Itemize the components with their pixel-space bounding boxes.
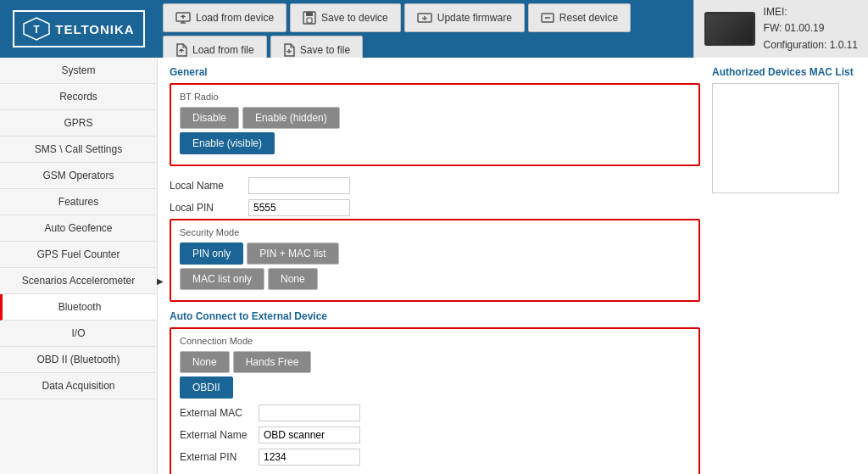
sidebar-item-gsm-operators[interactable]: GSM Operators (0, 163, 157, 189)
external-pin-input[interactable] (259, 449, 360, 466)
bt-radio-row1: Disable Enable (hidden) (180, 107, 690, 129)
load-file-label: Load from file (192, 44, 254, 56)
security-mode-panel: Security Mode PIN only PIN + MAC list MA… (170, 219, 700, 302)
svg-rect-8 (307, 18, 312, 23)
config-label: Configuration: 1.0.11 (764, 37, 858, 53)
local-pin-label: Local PIN (170, 202, 242, 214)
security-mode-label: Security Mode (180, 227, 690, 237)
sidebar-item-obd2[interactable]: OBD II (Bluetooth) (0, 347, 157, 373)
sidebar-item-io[interactable]: I/O (0, 321, 157, 347)
sidebar: System Records GPRS SMS \ Call Settings … (0, 58, 158, 474)
sidebar-item-bluetooth[interactable]: Bluetooth (0, 294, 157, 321)
bt-enable-hidden-button[interactable]: Enable (hidden) (242, 107, 340, 129)
two-col-layout: General BT Radio Disable Enable (hidden)… (170, 66, 856, 474)
logo-area: T TELTONIKA (0, 0, 158, 58)
reset-device-button[interactable]: Reset device (528, 3, 631, 32)
general-title: General (170, 66, 700, 78)
teltonika-logo-icon: T (23, 17, 50, 41)
sidebar-item-features[interactable]: Features (0, 189, 157, 215)
pin-only-button[interactable]: PIN only (180, 243, 243, 265)
local-name-row: Local Name (170, 175, 700, 197)
sidebar-item-records[interactable]: Records (0, 84, 157, 110)
pin-mac-button[interactable]: PIN + MAC list (247, 243, 338, 265)
save-file-label: Save to file (300, 44, 350, 56)
bt-radio-row2: Enable (visible) (180, 132, 690, 154)
left-column: General BT Radio Disable Enable (hidden)… (170, 66, 700, 474)
update-firmware-label: Update firmware (437, 12, 512, 24)
save-file-icon (283, 43, 295, 57)
external-mac-label: External MAC (180, 407, 252, 419)
sidebar-item-sms-call[interactable]: SMS \ Call Settings (0, 137, 157, 163)
security-row2: MAC list only None (180, 268, 690, 290)
sidebar-item-gprs[interactable]: GPRS (0, 110, 157, 137)
connection-row2: OBDII (180, 376, 690, 399)
external-name-input[interactable] (259, 427, 360, 443)
sidebar-item-auto-geofence[interactable]: Auto Geofence (0, 215, 157, 242)
save-device-label: Save to device (321, 12, 388, 24)
local-pin-input[interactable] (248, 199, 350, 216)
update-firmware-button[interactable]: Update firmware (404, 3, 525, 32)
right-column: Authorized Devices MAC List (712, 66, 856, 474)
imei-label: IMEI: (764, 4, 858, 20)
header: T TELTONIKA Load from device Save to dev… (0, 0, 868, 58)
save-device-icon (303, 11, 316, 25)
hands-free-button[interactable]: Hands Free (233, 351, 312, 373)
reset-device-icon (541, 12, 554, 24)
brand-name: TELTONIKA (55, 22, 134, 36)
logo-box: T TELTONIKA (13, 10, 144, 47)
security-none-button[interactable]: None (268, 268, 318, 290)
svg-rect-7 (306, 12, 313, 16)
bt-enable-visible-button[interactable]: Enable (visible) (180, 132, 275, 154)
external-name-row: External Name (180, 424, 690, 446)
external-pin-row: External PIN (180, 446, 690, 468)
sidebar-item-system[interactable]: System (0, 58, 157, 84)
external-name-label: External Name (180, 429, 252, 441)
authorized-title: Authorized Devices MAC List (712, 66, 856, 78)
local-pin-row: Local PIN (170, 197, 700, 219)
mac-list-box (712, 83, 839, 193)
auto-connect-title: Auto Connect to External Device (170, 310, 700, 322)
external-mac-row: External MAC (180, 402, 690, 424)
bt-disable-button[interactable]: Disable (180, 107, 239, 129)
content-area: General BT Radio Disable Enable (hidden)… (158, 58, 868, 474)
toolbar-row-1: Load from device Save to device Update f… (158, 0, 693, 34)
connection-mode-label: Connection Mode (180, 336, 690, 346)
load-file-icon (175, 43, 187, 57)
device-info: IMEI: FW: 01.00.19 Configuration: 1.0.11 (693, 0, 868, 58)
sidebar-item-data-acq[interactable]: Data Acquisition (0, 373, 157, 399)
sidebar-item-gps-fuel[interactable]: GPS Fuel Counter (0, 242, 157, 268)
device-image (704, 12, 755, 46)
load-device-label: Load from device (196, 12, 274, 24)
bt-radio-panel: BT Radio Disable Enable (hidden) Enable … (170, 83, 700, 166)
update-firmware-icon (417, 12, 432, 24)
obdii-button[interactable]: OBDII (180, 376, 233, 399)
bt-radio-label: BT Radio (180, 92, 690, 102)
load-from-device-button[interactable]: Load from device (163, 3, 287, 32)
reset-device-label: Reset device (559, 12, 618, 24)
connection-row1: None Hands Free (180, 351, 690, 373)
connection-mode-panel: Connection Mode None Hands Free OBDII Ex… (170, 327, 700, 474)
local-name-label: Local Name (170, 180, 242, 192)
local-name-input[interactable] (248, 177, 350, 194)
device-text-block: IMEI: FW: 01.00.19 Configuration: 1.0.11 (764, 4, 858, 53)
security-row1: PIN only PIN + MAC list (180, 243, 690, 265)
load-device-icon (175, 12, 191, 24)
external-mac-input[interactable] (259, 404, 360, 421)
mac-only-button[interactable]: MAC list only (180, 268, 264, 290)
connection-none-button[interactable]: None (180, 351, 230, 373)
toolbar: Load from device Save to device Update f… (158, 0, 693, 58)
fw-label: FW: 01.00.19 (764, 20, 858, 36)
svg-text:T: T (34, 24, 41, 36)
sidebar-item-scenarios[interactable]: Scenarios Accelerometer (0, 268, 157, 294)
save-to-device-button[interactable]: Save to device (290, 3, 401, 32)
main-layout: System Records GPRS SMS \ Call Settings … (0, 58, 868, 474)
external-pin-label: External PIN (180, 451, 252, 463)
